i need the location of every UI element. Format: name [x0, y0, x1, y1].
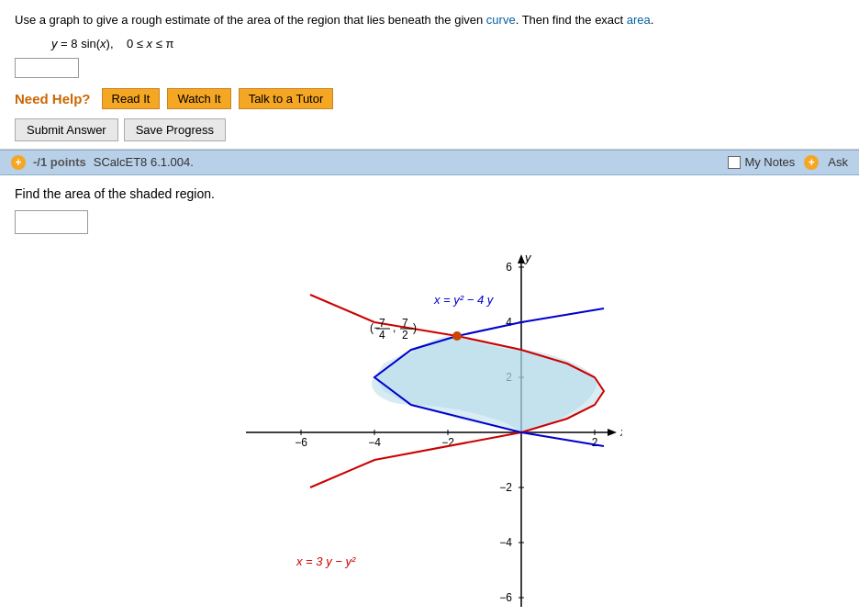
blue-bar: + -/1 points SCalcET8 6.1.004. My Notes …	[0, 150, 859, 175]
x-tick-minus6: −6	[295, 436, 307, 449]
second-section: Find the area of the shaded region. −6 −…	[0, 175, 859, 617]
y-tick-minus4: −4	[499, 536, 512, 549]
intersection-point	[452, 331, 462, 341]
intersection-label-2: 7	[379, 317, 385, 330]
graph-container: −6 −4 −2 2 6 4 2 −2 −4	[15, 249, 844, 616]
problem-id: SCalcET8 6.1.004.	[94, 155, 194, 169]
problem-text: Use a graph to give a rough estimate of …	[15, 11, 844, 29]
talk-to-tutor-button[interactable]: Talk to a Tutor	[239, 88, 334, 109]
red-curve-lower	[310, 460, 374, 487]
read-it-button[interactable]: Read It	[102, 88, 161, 109]
points-text: -/1 points	[33, 155, 86, 169]
blue-bar-left: + -/1 points SCalcET8 6.1.004.	[11, 155, 194, 170]
my-notes-label: My Notes	[744, 155, 795, 169]
answer-input-top[interactable]	[15, 58, 79, 78]
watch-it-button[interactable]: Watch It	[167, 88, 230, 109]
y-axis-arrow	[518, 254, 525, 263]
need-help-label: Need Help?	[15, 91, 91, 106]
intersection-paren: )	[413, 321, 417, 334]
intersection-comma: ,	[393, 321, 396, 334]
x-axis-arrow	[608, 429, 617, 436]
equation-line: y = 8 sin(x), 0 ≤ x ≤ π	[51, 37, 844, 50]
find-area-text: Find the area of the shaded region.	[15, 186, 844, 201]
y-axis-label: y	[524, 251, 532, 264]
y-tick-6: 6	[506, 261, 512, 274]
add-problem-button[interactable]: +	[11, 155, 26, 170]
red-curve-label: x = 3 y − y²	[296, 554, 356, 568]
blue-curve-label: x = y² − 4 y	[433, 293, 495, 307]
x-tick-minus4: −4	[368, 436, 381, 449]
action-row: Submit Answer Save Progress	[15, 118, 844, 141]
submit-answer-button[interactable]: Submit Answer	[15, 118, 118, 141]
x-tick-2: 2	[592, 436, 598, 449]
need-help-row: Need Help? Read It Watch It Talk to a Tu…	[15, 88, 844, 109]
intersection-label-3: 4	[379, 329, 385, 342]
intersection-label-4: 7	[402, 317, 408, 330]
save-progress-button[interactable]: Save Progress	[124, 118, 226, 141]
y-tick-4: 4	[506, 316, 512, 329]
y-tick-minus6: −6	[499, 591, 512, 604]
top-section: Use a graph to give a rough estimate of …	[0, 0, 859, 149]
notes-checkbox-icon	[728, 156, 741, 169]
blue-bar-right: My Notes + Ask	[728, 155, 848, 170]
intersection-label-5: 2	[402, 329, 408, 342]
graph-svg: −6 −4 −2 2 6 4 2 −2 −4	[237, 249, 622, 616]
answer-input-second[interactable]	[15, 210, 88, 234]
y-tick-minus2: −2	[499, 481, 512, 494]
x-axis-label: x	[619, 425, 622, 439]
ask-plus-icon[interactable]: +	[804, 155, 819, 170]
ask-label: Ask	[828, 155, 848, 169]
my-notes-button[interactable]: My Notes	[728, 155, 795, 169]
